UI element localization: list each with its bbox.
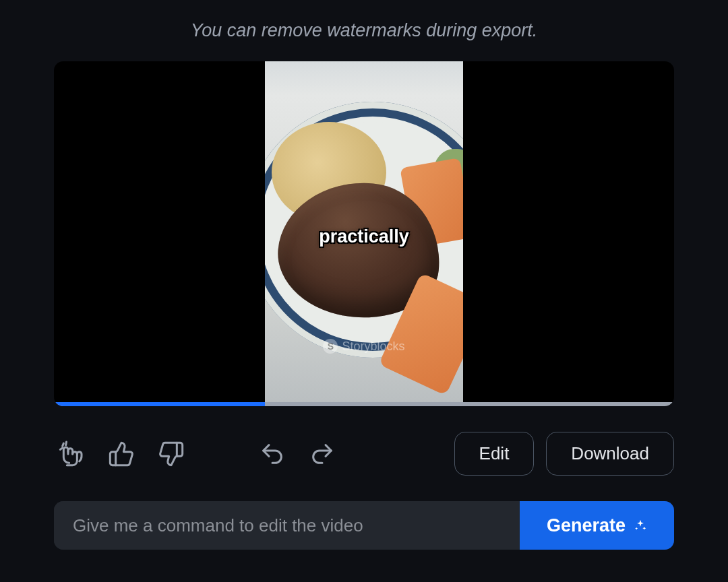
command-input[interactable] — [54, 501, 520, 550]
download-button[interactable]: Download — [546, 432, 674, 476]
sparkle-icon — [634, 519, 647, 532]
thumbs-up-button[interactable] — [104, 437, 139, 472]
video-preview[interactable]: practically S Storyblocks — [54, 61, 674, 406]
undo-icon — [259, 441, 286, 467]
editor-panel: You can remove watermarks during export.… — [0, 0, 728, 570]
thumbs-down-icon — [158, 441, 185, 467]
undo-button[interactable] — [255, 437, 290, 472]
edit-button[interactable]: Edit — [454, 432, 535, 476]
video-frame: practically S Storyblocks — [265, 61, 463, 406]
command-row: Generate — [54, 501, 674, 550]
history-group — [255, 437, 340, 472]
playback-progress-track[interactable] — [54, 402, 674, 406]
applause-button[interactable] — [54, 437, 89, 472]
playback-progress-fill — [54, 402, 265, 406]
watermark-hint: You can remove watermarks during export. — [54, 20, 674, 41]
generate-button[interactable]: Generate — [520, 501, 674, 550]
reaction-group — [54, 437, 189, 472]
redo-icon — [309, 441, 336, 467]
applause-icon — [58, 441, 85, 467]
controls-row: Edit Download — [54, 432, 674, 476]
redo-button[interactable] — [305, 437, 340, 472]
thumbs-up-icon — [108, 441, 135, 467]
thumbs-down-button[interactable] — [154, 437, 189, 472]
generate-label: Generate — [547, 515, 626, 536]
